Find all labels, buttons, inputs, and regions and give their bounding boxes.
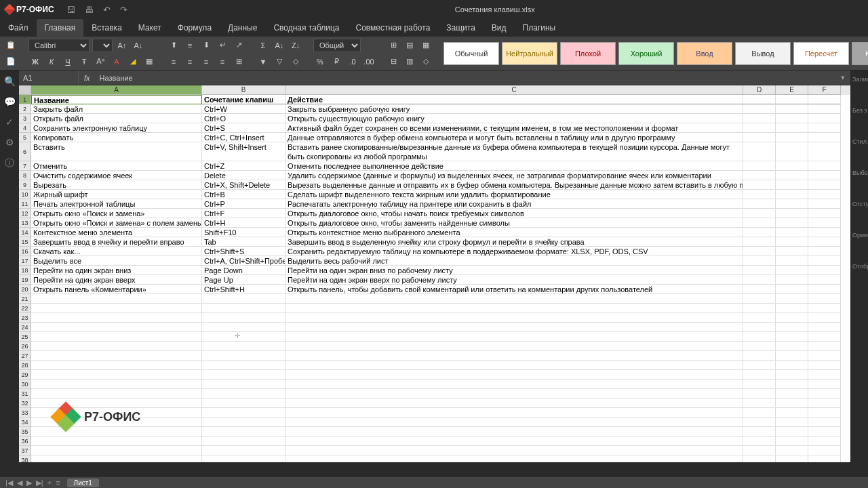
underline-icon[interactable]: Ч [61,55,75,68]
table-row[interactable]: 32 [19,399,850,408]
align-center-icon[interactable]: ≡ [183,55,197,68]
cell[interactable] [776,209,808,218]
delete-cells-icon[interactable]: ⊟ [387,55,400,68]
cell[interactable] [202,304,285,313]
strike-icon[interactable]: Ŧ [77,55,91,68]
cell[interactable] [743,370,776,380]
cell[interactable]: Контекстное меню элемента [31,228,202,237]
italic-icon[interactable]: К [45,55,58,68]
cell[interactable]: Открыть панель, чтобы добавить свой комм… [285,285,743,294]
table-row[interactable]: 19Перейти на один экран вверхPage UpПере… [19,275,850,285]
orientation-icon[interactable]: ↗ [232,39,245,52]
table-row[interactable]: 10Жирный шрифтCtrl+BСделать шрифт выделе… [19,190,850,199]
row-header[interactable]: 19 [19,275,31,285]
cell[interactable]: Активный файл будет сохранен со всеми из… [285,123,743,133]
cell[interactable] [808,104,841,114]
cell[interactable] [743,104,776,114]
cell[interactable]: Ctrl+V, Shift+Insert [202,142,285,161]
cell[interactable] [776,199,808,209]
table-row[interactable]: 13Открыть окно «Поиск и замена» с полем … [19,218,850,228]
row-header[interactable]: 33 [19,408,31,418]
cell[interactable] [776,104,808,114]
cell[interactable] [776,399,808,408]
cell[interactable]: Delete [202,171,285,180]
cell[interactable] [285,436,743,446]
cell[interactable] [31,446,202,455]
cell[interactable] [776,389,808,399]
cell[interactable] [808,275,841,285]
cell[interactable] [808,455,841,462]
row-header[interactable]: 9 [19,180,31,190]
table-row[interactable]: 35 [19,427,850,436]
fill-down-icon[interactable]: ▼ [256,55,270,68]
redo-icon[interactable]: ↷ [120,5,127,15]
sort-asc-icon[interactable]: A↓ [273,39,286,52]
cell[interactable]: Удалить содержимое (данные и формулы) из… [285,171,743,180]
font-shrink-icon[interactable]: A↓ [132,39,145,52]
table-row[interactable]: 24 [19,323,850,332]
cell[interactable] [31,380,202,389]
cell[interactable]: Отменить последнее выполненное действие [285,161,743,171]
cell[interactable] [31,323,202,332]
row-header[interactable]: 2 [19,104,31,114]
table-row[interactable]: 33 [19,408,850,418]
style-calc[interactable]: Пересчет [793,42,849,65]
cell[interactable] [808,199,841,209]
merge-icon[interactable]: ⊞ [232,55,245,68]
cell[interactable] [808,427,841,436]
cell[interactable] [776,455,808,462]
style-normal[interactable]: Обычный [443,42,499,65]
row-header[interactable]: 20 [19,285,31,294]
cell[interactable] [743,142,776,161]
cell[interactable] [285,351,743,361]
cell[interactable] [743,95,776,104]
cell[interactable] [808,114,841,123]
cell[interactable] [285,446,743,455]
row-header[interactable]: 7 [19,161,31,171]
cell[interactable] [808,180,841,190]
row-header[interactable]: 8 [19,171,31,180]
menu-file[interactable]: Файл [0,19,37,37]
table-row[interactable]: 27 [19,351,850,361]
cell[interactable] [743,313,776,323]
cell[interactable]: Печать электронной таблицы [31,199,202,209]
comments-icon[interactable]: 💬 [4,96,16,107]
cell[interactable] [808,142,841,161]
cell[interactable] [743,408,776,418]
rs-display[interactable]: Отобр [850,262,868,271]
col-header-C[interactable]: C [285,85,743,95]
cell[interactable] [743,285,776,294]
cell[interactable]: Открыть диалоговое окно, чтобы заменить … [285,218,743,228]
cell[interactable]: Вставить [31,142,202,161]
cell[interactable] [743,161,776,171]
row-header[interactable]: 3 [19,114,31,123]
cell-reference[interactable]: A1 [19,70,79,85]
sort-desc-icon[interactable]: Z↓ [289,39,302,52]
align-right-icon[interactable]: ≡ [199,55,213,68]
select-all-corner[interactable] [19,85,31,95]
cell[interactable] [285,361,743,370]
row-header[interactable]: 16 [19,247,31,256]
cell[interactable] [743,123,776,133]
menu-layout[interactable]: Макет [130,19,170,37]
row-header[interactable]: 14 [19,228,31,237]
paste-icon[interactable]: 📄 [4,55,18,68]
cell[interactable] [776,418,808,427]
print-icon[interactable]: 🖶 [85,5,94,15]
cell[interactable] [285,389,743,399]
cell[interactable] [776,266,808,275]
cell[interactable] [31,455,202,462]
bold-icon[interactable]: Ж [28,55,42,68]
row-header[interactable]: 38 [19,455,31,462]
cell[interactable] [808,408,841,418]
cell[interactable] [808,389,841,399]
table-row[interactable]: 30 [19,380,850,389]
cell[interactable] [202,408,285,418]
cell[interactable] [808,418,841,427]
super-icon[interactable]: Aᵃ [94,55,107,68]
cell[interactable] [776,228,808,237]
cell[interactable] [31,351,202,361]
cell[interactable] [743,133,776,142]
cell[interactable] [808,361,841,370]
cell[interactable]: Название [31,95,202,104]
